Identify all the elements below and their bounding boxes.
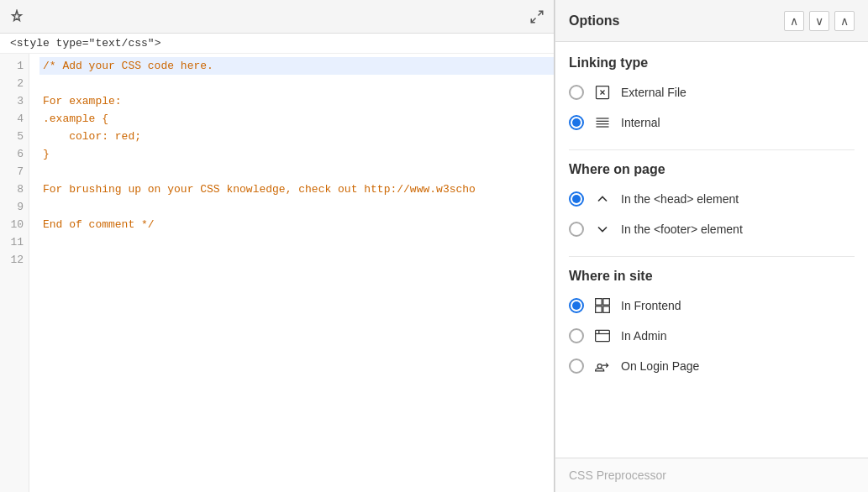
code-line: [39, 75, 554, 92]
toolbar-right: [529, 8, 545, 25]
code-line: End of comment */: [39, 216, 554, 233]
radio-head[interactable]: In the <head> element: [569, 189, 855, 209]
radio-internal-circle[interactable]: [569, 115, 584, 130]
collapse-up-button[interactable]: ∧: [784, 11, 804, 31]
expand-icon[interactable]: [529, 8, 545, 25]
where-in-site-group: In Frontend In Admin: [569, 296, 855, 376]
radio-login-circle[interactable]: [569, 359, 584, 374]
login-icon: [592, 356, 613, 376]
internal-label: Internal: [621, 116, 660, 129]
style-tag-header: <style type="text/css">: [0, 34, 554, 54]
code-line: [39, 198, 554, 216]
svg-rect-7: [596, 299, 602, 306]
code-line: /* Add your CSS code here.: [39, 57, 554, 75]
radio-frontend-circle[interactable]: [569, 298, 584, 313]
options-panel: Options ∧ ∨ ∧ Linking type External File: [555, 0, 868, 492]
code-content[interactable]: /* Add your CSS code here. For example: …: [29, 54, 554, 492]
head-icon: [592, 189, 613, 209]
admin-label: In Admin: [621, 329, 666, 343]
collapse-down-button[interactable]: ∨: [809, 11, 829, 31]
radio-login[interactable]: On Login Page: [569, 356, 855, 376]
options-title: Options: [569, 13, 619, 29]
code-line: For brushing up on your CSS knowledge, c…: [39, 181, 554, 198]
radio-footer-circle[interactable]: [569, 222, 584, 237]
linking-type-group: External File Internal: [569, 82, 855, 133]
external-file-icon: [592, 82, 613, 102]
svg-point-14: [597, 364, 602, 369]
radio-frontend[interactable]: In Frontend: [569, 296, 855, 316]
radio-footer[interactable]: In the <footer> element: [569, 219, 855, 239]
footer-label: In the <footer> element: [621, 222, 743, 236]
css-preprocessor-footer: CSS Preprocessor: [555, 458, 868, 492]
svg-rect-8: [603, 299, 610, 306]
divider-1: [569, 149, 855, 150]
line-numbers: 1 2 3 4 5 6 7 8 9 10 11 12: [0, 54, 29, 492]
external-file-label: External File: [621, 86, 687, 99]
options-header: Options ∧ ∨ ∧: [555, 0, 868, 42]
svg-rect-10: [603, 306, 610, 313]
radio-head-circle[interactable]: [569, 191, 584, 207]
svg-rect-9: [596, 306, 602, 313]
css-preprocessor-title: CSS Preprocessor: [569, 468, 666, 482]
where-in-site-title: Where in site: [569, 269, 855, 284]
login-label: On Login Page: [621, 359, 699, 373]
radio-external-circle[interactable]: [569, 85, 584, 100]
svg-line-1: [531, 18, 535, 22]
admin-icon: [592, 326, 613, 346]
editor-panel: <style type="text/css"> 1 2 3 4 5 6 7 8 …: [0, 0, 555, 492]
collapse-button[interactable]: ∧: [834, 11, 855, 31]
svg-rect-11: [596, 330, 610, 341]
code-line: [39, 233, 554, 251]
internal-icon: [592, 113, 613, 133]
divider-2: [569, 256, 855, 257]
svg-line-0: [539, 11, 543, 15]
code-editor[interactable]: 1 2 3 4 5 6 7 8 9 10 11 12 /* Add your C…: [0, 54, 554, 492]
code-line: }: [39, 145, 554, 163]
linking-type-title: Linking type: [569, 55, 855, 71]
code-line: For example:: [39, 92, 554, 110]
editor-toolbar: [0, 0, 554, 34]
head-label: In the <head> element: [621, 192, 739, 206]
code-line: [39, 251, 554, 269]
where-on-page-group: In the <head> element In the <footer> el…: [569, 189, 855, 239]
code-line: .example {: [39, 110, 554, 128]
code-line: color: red;: [39, 128, 554, 145]
frontend-label: In Frontend: [621, 299, 681, 312]
radio-internal[interactable]: Internal: [569, 113, 855, 133]
frontend-icon: [592, 296, 613, 316]
footer-icon: [592, 219, 613, 239]
header-icons: ∧ ∨ ∧: [784, 11, 855, 31]
pin-icon[interactable]: [8, 8, 25, 25]
code-line: [39, 163, 554, 181]
radio-external-file[interactable]: External File: [569, 82, 855, 102]
toolbar-left: [8, 8, 25, 25]
where-on-page-title: Where on page: [569, 162, 855, 177]
options-body: Linking type External File: [555, 42, 868, 458]
radio-admin[interactable]: In Admin: [569, 326, 855, 346]
radio-admin-circle[interactable]: [569, 328, 584, 343]
